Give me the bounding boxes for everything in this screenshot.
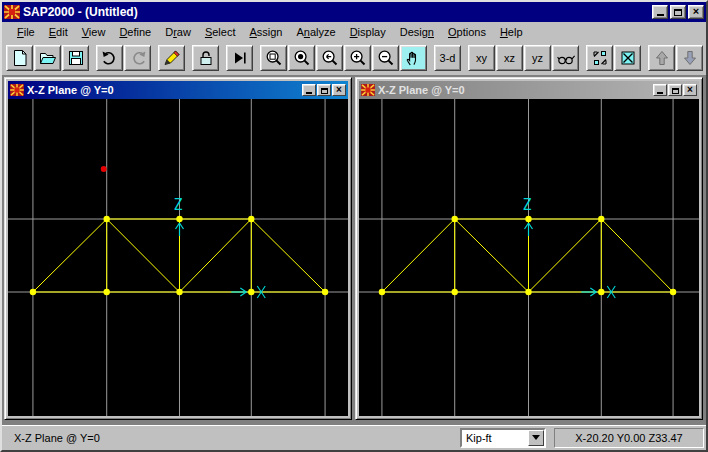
joint-node[interactable] xyxy=(104,216,110,222)
child-maximize-button[interactable] xyxy=(317,84,331,96)
zoom-previous-button[interactable] xyxy=(316,45,343,71)
z-axis-label: Z xyxy=(523,196,532,214)
red-point-marker[interactable] xyxy=(101,166,107,172)
joint-node[interactable] xyxy=(452,216,458,222)
perspective-button[interactable] xyxy=(552,45,579,71)
mdi-workspace: X-Z Plane @ Y=0 × Z X-Z Plane @ Y=0 × xyxy=(2,75,706,424)
sap2000-window: SAP2000 - (Untitled) × FileEditViewDefin… xyxy=(0,0,708,452)
zoom-out-button[interactable] xyxy=(372,45,399,71)
move-up-button[interactable] xyxy=(648,45,675,71)
toolbar-group: 3-d xyxy=(434,45,461,71)
close-button[interactable]: × xyxy=(688,5,704,19)
close-icon: × xyxy=(336,85,342,94)
menu-item-select[interactable]: Select xyxy=(198,24,243,40)
x-box-icon xyxy=(618,49,638,67)
menu-item-file[interactable]: File xyxy=(10,24,42,40)
redo-icon xyxy=(128,49,148,67)
undo-icon xyxy=(100,49,120,67)
toolbar-group xyxy=(158,45,185,71)
frame-member[interactable] xyxy=(455,219,529,292)
corner-arrows-icon xyxy=(590,49,610,67)
toolbar-group xyxy=(586,45,641,71)
joint-node[interactable] xyxy=(670,289,676,295)
joint-node[interactable] xyxy=(248,216,254,222)
menu-item-define[interactable]: Define xyxy=(112,24,158,40)
frame-member[interactable] xyxy=(382,219,455,292)
viewport-window-controls: × xyxy=(653,84,697,96)
menu-item-display[interactable]: Display xyxy=(343,24,393,40)
run-icon xyxy=(230,49,250,67)
child-minimize-button[interactable] xyxy=(302,84,316,96)
frame-member[interactable] xyxy=(601,219,673,292)
move-down-button[interactable] xyxy=(676,45,703,71)
frame-member[interactable] xyxy=(107,219,180,292)
viewport-titlebar[interactable]: X-Z Plane @ Y=0 × xyxy=(8,81,348,99)
child-maximize-button[interactable] xyxy=(668,84,682,96)
joint-node[interactable] xyxy=(525,216,531,222)
joint-node[interactable] xyxy=(248,289,254,295)
zoom-in-button[interactable] xyxy=(344,45,371,71)
frame-member[interactable] xyxy=(251,219,325,292)
units-dropdown[interactable]: Kip-ft xyxy=(460,428,546,448)
view-yz-button[interactable]: yz xyxy=(524,45,551,71)
frame-member[interactable] xyxy=(179,219,251,292)
arrow-down-icon xyxy=(680,49,700,67)
menu-item-edit[interactable]: Edit xyxy=(42,24,75,40)
joint-node[interactable] xyxy=(525,289,531,295)
toolbar-group xyxy=(6,45,89,71)
viewport-client: Z xyxy=(8,99,348,416)
new-model-button[interactable] xyxy=(6,45,33,71)
view-xz-button[interactable]: xz xyxy=(496,45,523,71)
view-xy-button[interactable]: xy xyxy=(468,45,495,71)
glasses-icon xyxy=(556,49,576,67)
maximize-button[interactable] xyxy=(670,5,686,19)
draw-mode-button[interactable] xyxy=(158,45,185,71)
child-close-button[interactable]: × xyxy=(332,84,346,96)
joint-node[interactable] xyxy=(379,289,385,295)
zoom-full-button[interactable] xyxy=(288,45,315,71)
undo-button[interactable] xyxy=(96,45,123,71)
maximize-icon xyxy=(321,88,328,94)
menu-item-options[interactable]: Options xyxy=(441,24,493,40)
joint-node[interactable] xyxy=(176,289,182,295)
redo-button[interactable] xyxy=(124,45,151,71)
joint-node[interactable] xyxy=(176,216,182,222)
minimize-icon xyxy=(657,14,664,16)
menu-item-help[interactable]: Help xyxy=(493,24,530,40)
viewport-window-right[interactable]: X-Z Plane @ Y=0 × Z xyxy=(355,77,703,420)
open-file-button[interactable] xyxy=(34,45,61,71)
minimize-button[interactable] xyxy=(652,5,668,19)
joint-node[interactable] xyxy=(104,289,110,295)
maximize-icon xyxy=(672,88,679,94)
dropdown-button[interactable] xyxy=(528,430,544,446)
run-analysis-button[interactable] xyxy=(226,45,253,71)
menu-item-view[interactable]: View xyxy=(75,24,113,40)
structure-canvas-left[interactable]: Z xyxy=(8,99,348,416)
joint-node[interactable] xyxy=(452,289,458,295)
menu-item-assign[interactable]: Assign xyxy=(242,24,289,40)
joint-node[interactable] xyxy=(322,289,328,295)
element-shrink-button[interactable] xyxy=(586,45,613,71)
viewport-titlebar[interactable]: X-Z Plane @ Y=0 × xyxy=(359,81,699,99)
view-3d-button[interactable]: 3-d xyxy=(434,45,461,71)
window-title: SAP2000 - (Untitled) xyxy=(23,5,652,19)
joint-node[interactable] xyxy=(598,289,604,295)
save-model-button[interactable] xyxy=(62,45,89,71)
close-window-button[interactable] xyxy=(614,45,641,71)
frame-member[interactable] xyxy=(33,219,107,292)
titlebar[interactable]: SAP2000 - (Untitled) × xyxy=(2,2,706,22)
child-close-button[interactable]: × xyxy=(683,84,697,96)
frame-member[interactable] xyxy=(529,219,602,292)
viewport-window-left[interactable]: X-Z Plane @ Y=0 × Z xyxy=(4,77,352,420)
menu-item-analyze[interactable]: Analyze xyxy=(290,24,343,40)
child-minimize-button[interactable] xyxy=(653,84,667,96)
menu-item-design[interactable]: Design xyxy=(393,24,441,40)
joint-node[interactable] xyxy=(30,289,36,295)
joint-node[interactable] xyxy=(598,216,604,222)
lock-model-button[interactable] xyxy=(192,45,219,71)
pan-button[interactable] xyxy=(400,45,427,71)
menu-item-draw[interactable]: Draw xyxy=(158,24,198,40)
save-icon xyxy=(66,49,86,67)
zoom-window-button[interactable] xyxy=(260,45,287,71)
structure-canvas-right[interactable]: Z xyxy=(359,99,699,416)
